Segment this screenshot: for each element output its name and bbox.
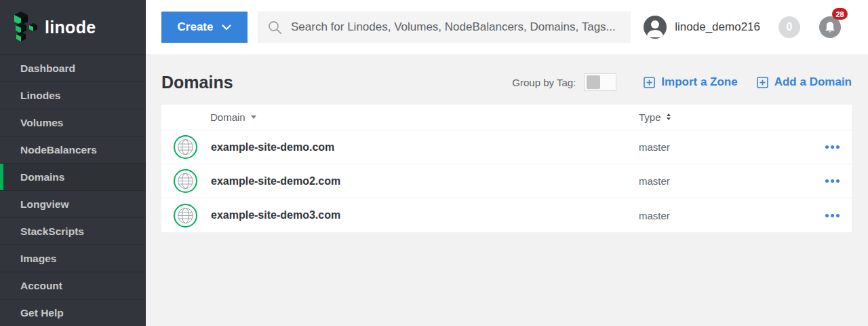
sidebar-item-label: Images xyxy=(20,253,56,265)
actions-cell xyxy=(808,211,852,221)
page-header-actions: Group by Tag: Import a Zone Add a Doma xyxy=(512,73,852,91)
domain-cell: example-site-demo.com xyxy=(161,134,639,160)
sidebar-item-stackscripts[interactable]: StackScripts xyxy=(0,217,146,244)
user-cluster: linode_demo216 0 28 xyxy=(644,16,841,39)
table-row[interactable]: example-site-demo2.com master xyxy=(161,164,852,198)
table-row[interactable]: example-site-demo3.com master xyxy=(161,198,852,232)
import-a-zone-link[interactable]: Import a Zone xyxy=(644,75,737,89)
domains-table: Domain Type xyxy=(161,105,852,232)
domain-type: master xyxy=(639,175,808,187)
page-title: Domains xyxy=(161,73,233,92)
row-actions-button[interactable] xyxy=(824,211,841,221)
sidebar-item-label: Domains xyxy=(20,171,64,183)
sidebar-item-images[interactable]: Images xyxy=(0,244,146,272)
row-actions-button[interactable] xyxy=(824,176,841,186)
sidebar-nav: Dashboard Linodes Volumes NodeBalancers … xyxy=(0,54,146,326)
add-a-domain-label: Add a Domain xyxy=(774,75,852,89)
column-header-domain: Domain xyxy=(161,111,639,124)
global-search[interactable] xyxy=(258,12,631,43)
group-by-tag-toggle[interactable] xyxy=(584,73,616,91)
main-content: Domains Group by Tag: Import a Zone xyxy=(146,54,868,326)
globe-icon xyxy=(173,134,198,160)
sidebar-item-get-help[interactable]: Get Help xyxy=(0,299,146,326)
actions-cell xyxy=(808,142,852,152)
sidebar-item-nodebalancers[interactable]: NodeBalancers xyxy=(0,136,146,163)
sidebar-item-longview[interactable]: Longview xyxy=(0,190,146,217)
caret-down-icon xyxy=(251,115,256,119)
actions-cell xyxy=(808,176,852,186)
domain-type: master xyxy=(639,210,808,221)
brand-wordmark: linode xyxy=(45,18,96,37)
avatar[interactable] xyxy=(644,16,667,39)
search-icon xyxy=(267,20,282,35)
domain-name: example-site-demo2.com xyxy=(211,175,340,187)
table-header-row: Domain Type xyxy=(161,105,852,130)
domain-name: example-site-demo.com xyxy=(211,141,334,153)
row-actions-button[interactable] xyxy=(824,142,841,152)
notifications-count-badge[interactable]: 28 xyxy=(832,8,848,20)
sidebar-item-label: Linodes xyxy=(20,90,60,102)
sidebar-item-label: Get Help xyxy=(20,307,64,319)
sidebar-item-label: StackScripts xyxy=(20,225,84,238)
username[interactable]: linode_demo216 xyxy=(675,20,760,34)
domain-cell: example-site-demo3.com xyxy=(161,203,639,228)
user-icon xyxy=(644,16,667,39)
notifications: 28 xyxy=(819,16,841,38)
pending-events-badge[interactable]: 0 xyxy=(778,16,800,38)
sidebar-item-linodes[interactable]: Linodes xyxy=(0,82,146,109)
domain-type: master xyxy=(639,141,808,153)
column-header-type: Type xyxy=(639,111,808,124)
globe-icon xyxy=(173,203,198,228)
sort-by-type[interactable]: Type xyxy=(639,111,671,123)
sidebar-item-label: Volumes xyxy=(20,117,63,129)
sidebar-item-domains[interactable]: Domains xyxy=(0,163,146,190)
sort-by-domain[interactable]: Domain xyxy=(210,111,256,123)
sidebar-item-label: NodeBalancers xyxy=(20,144,97,156)
domain-cell: example-site-demo2.com xyxy=(161,168,639,194)
sidebar-item-label: Dashboard xyxy=(20,62,75,75)
table-body: example-site-demo.com master example-sit… xyxy=(161,130,852,232)
add-a-domain-link[interactable]: Add a Domain xyxy=(757,75,852,89)
search-input[interactable] xyxy=(291,20,621,34)
chevron-down-icon xyxy=(222,24,231,31)
linode-logo[interactable]: linode xyxy=(0,0,146,54)
group-by-tag-label: Group by Tag: xyxy=(512,77,576,88)
sidebar-item-label: Account xyxy=(20,280,62,292)
bell-icon xyxy=(824,21,836,34)
table-row[interactable]: example-site-demo.com master xyxy=(161,130,852,164)
import-a-zone-label: Import a Zone xyxy=(661,75,737,89)
plus-square-icon xyxy=(644,77,655,88)
column-label: Type xyxy=(639,111,661,123)
sidebar-item-account[interactable]: Account xyxy=(0,272,146,299)
sidebar-item-volumes[interactable]: Volumes xyxy=(0,109,146,136)
sidebar: linode Dashboard Linodes Volumes NodeBal… xyxy=(0,0,146,326)
globe-icon xyxy=(173,168,198,194)
caret-up-down-icon xyxy=(667,113,671,120)
page-header: Domains Group by Tag: Import a Zone xyxy=(161,72,852,92)
toggle-knob xyxy=(587,75,600,89)
create-button[interactable]: Create xyxy=(161,12,248,43)
domain-name: example-site-demo3.com xyxy=(211,209,340,221)
linode-cubes-icon xyxy=(12,10,39,44)
sidebar-item-dashboard[interactable]: Dashboard xyxy=(0,54,146,82)
plus-square-icon xyxy=(757,77,768,88)
topbar: Create linode_demo216 0 2 xyxy=(146,0,868,54)
sidebar-item-label: Longview xyxy=(20,198,68,211)
create-button-label: Create xyxy=(178,20,214,34)
column-label: Domain xyxy=(210,111,245,123)
